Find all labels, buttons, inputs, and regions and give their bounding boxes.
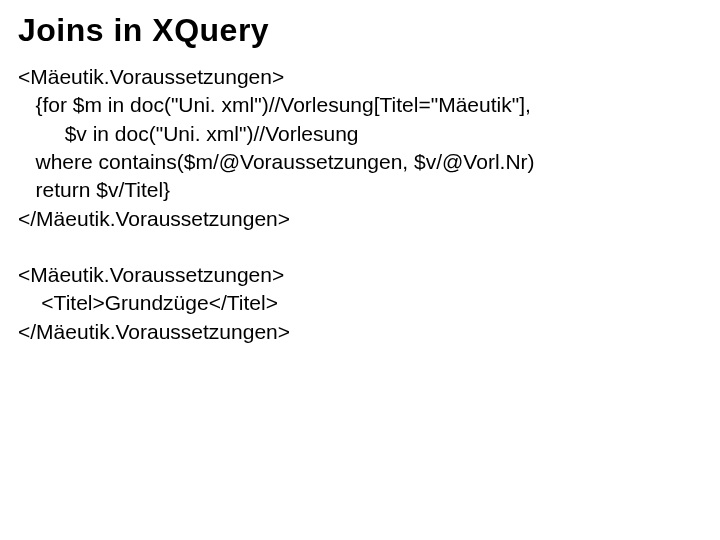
code-line: <Mäeutik.Voraussetzungen> (18, 65, 284, 88)
xquery-code-block: <Mäeutik.Voraussetzungen> {for $m in doc… (18, 63, 702, 233)
code-line: </Mäeutik.Voraussetzungen> (18, 207, 290, 230)
slide-title: Joins in XQuery (18, 12, 702, 49)
slide: Joins in XQuery <Mäeutik.Voraussetzungen… (0, 0, 720, 392)
result-code-block: <Mäeutik.Voraussetzungen> <Titel>Grundzü… (18, 261, 702, 346)
code-line: {for $m in doc("Uni. xml")//Vorlesung[Ti… (18, 93, 531, 116)
code-line: $v in doc("Uni. xml")//Vorlesung (18, 122, 359, 145)
code-line: <Mäeutik.Voraussetzungen> (18, 263, 284, 286)
code-line: return $v/Titel} (18, 178, 170, 201)
code-line: where contains($m/@Voraussetzungen, $v/@… (18, 150, 535, 173)
code-line: <Titel>Grundzüge</Titel> (18, 291, 278, 314)
code-line: </Mäeutik.Voraussetzungen> (18, 320, 290, 343)
